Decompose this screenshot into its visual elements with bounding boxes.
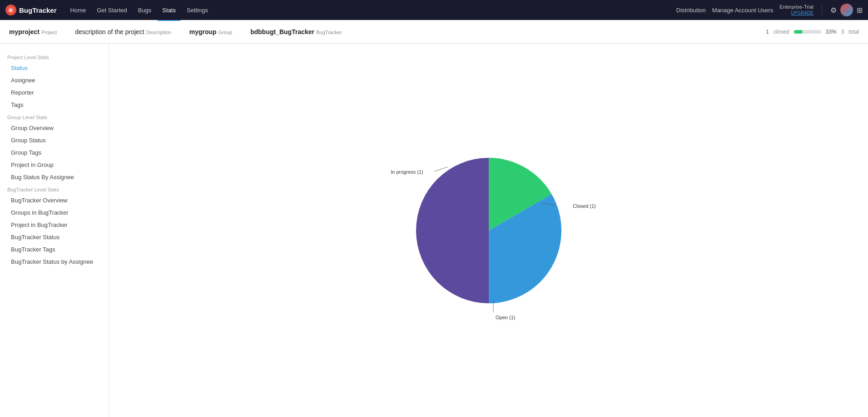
stat-total: 3 [841, 29, 844, 35]
grid-icon[interactable]: ⊞ [857, 6, 863, 15]
label-line-inprogress [434, 167, 448, 171]
svg-text:B: B [9, 8, 12, 13]
sidebar-item-bugtracker-status-by-assignee[interactable]: BugTracker Status by Assignee [0, 256, 109, 268]
manage-account-users-link[interactable]: Manage Account Users [712, 7, 773, 14]
nav-stats[interactable]: Stats [158, 5, 180, 15]
project-description: description of the project [75, 28, 144, 35]
enterprise-badge: Enterprise-Trial UPGRADE [779, 4, 813, 15]
project-description-item: description of the project Description [75, 28, 171, 35]
closed-label: closed [774, 29, 789, 35]
sidebar-item-group-tags[interactable]: Group Tags [0, 146, 109, 159]
bugtracker-level-label: BugTracker Level Stats [0, 183, 109, 194]
sidebar-item-reporter[interactable]: Reporter [0, 86, 109, 99]
label-inprogress: In progress (1) [391, 169, 423, 175]
sidebar-item-groups-in-bugtracker[interactable]: Groups in BugTracker [0, 206, 109, 219]
sidebar-item-bug-status-by-assignee[interactable]: Bug Status By Assignee [0, 171, 109, 183]
upgrade-link[interactable]: UPGRADE [791, 10, 813, 16]
project-level-label: Project Level Stats [0, 51, 109, 62]
nav-icons: ⚙ ⊞ [830, 4, 863, 16]
brand-icon: B [5, 5, 16, 15]
sidebar-item-bugtracker-status[interactable]: BugTracker Status [0, 231, 109, 243]
avatar-icon[interactable] [840, 4, 853, 16]
nav-bugs[interactable]: Bugs [134, 5, 156, 15]
sidebar-item-project-in-group[interactable]: Project in Group [0, 159, 109, 171]
pie-chart: In progress (1) Closed (1) Open (1) [393, 135, 584, 326]
content-area: In progress (1) Closed (1) Open (1) [109, 44, 868, 417]
sidebar-item-assignee[interactable]: Assignee [0, 74, 109, 86]
pie-segment-open [416, 158, 489, 303]
distribution-link[interactable]: Distribution [676, 7, 706, 14]
sidebar-item-tags[interactable]: Tags [0, 99, 109, 111]
nav-links: Home Get Started Bugs Stats Settings [66, 5, 676, 15]
nav-right: Distribution Manage Account Users Enterp… [676, 4, 863, 16]
sidebar-item-status[interactable]: Status [0, 62, 109, 74]
nav-home[interactable]: Home [66, 5, 91, 15]
project-bugtracker: bdbbugt_BugTracker [250, 28, 314, 35]
project-bugtracker-item: bdbbugt_BugTracker BugTracker [250, 28, 342, 35]
sidebar-item-bugtracker-tags[interactable]: BugTracker Tags [0, 243, 109, 256]
sidebar-item-project-in-bugtracker[interactable]: Project in BugTracker [0, 219, 109, 231]
navbar: B BugTracker Home Get Started Bugs Stats… [0, 0, 868, 20]
group-level-label: Group Level Stats [0, 111, 109, 122]
progress-fill [794, 30, 803, 34]
project-stats: 1 closed 33% 3 total [766, 29, 859, 35]
project-group: mygroup [189, 28, 217, 35]
main-layout: Project Level Stats Status Assignee Repo… [0, 44, 868, 417]
brand-name: BugTracker [19, 6, 57, 14]
sidebar-item-group-status[interactable]: Group Status [0, 134, 109, 146]
project-bar: myproject Project description of the pro… [0, 20, 868, 44]
stat-pct: 33% [826, 29, 837, 35]
brand[interactable]: B BugTracker [5, 5, 57, 15]
nav-divider [822, 5, 822, 15]
project-name-item: myproject Project [9, 28, 57, 35]
enterprise-label: Enterprise-Trial [779, 4, 813, 10]
sidebar-item-bugtracker-overview[interactable]: BugTracker Overview [0, 194, 109, 206]
closed-count: 1 [766, 29, 769, 35]
chart-container: In progress (1) Closed (1) Open (1) [109, 135, 868, 326]
total-label: total [848, 29, 859, 35]
label-open: Open (1) [496, 315, 515, 320]
project-group-item: mygroup Group [189, 28, 232, 35]
nav-get-started[interactable]: Get Started [92, 5, 131, 15]
project-label: Project [41, 30, 57, 35]
nav-settings[interactable]: Settings [182, 5, 213, 15]
group-label: Group [218, 30, 233, 35]
project-name: myproject [9, 28, 40, 35]
settings-icon[interactable]: ⚙ [830, 6, 837, 15]
bugtracker-label: BugTracker [316, 30, 342, 35]
description-label: Description [146, 30, 171, 35]
sidebar-item-group-overview[interactable]: Group Overview [0, 122, 109, 134]
sidebar: Project Level Stats Status Assignee Repo… [0, 44, 109, 417]
progress-bar [794, 30, 821, 34]
label-closed: Closed (1) [573, 203, 596, 209]
